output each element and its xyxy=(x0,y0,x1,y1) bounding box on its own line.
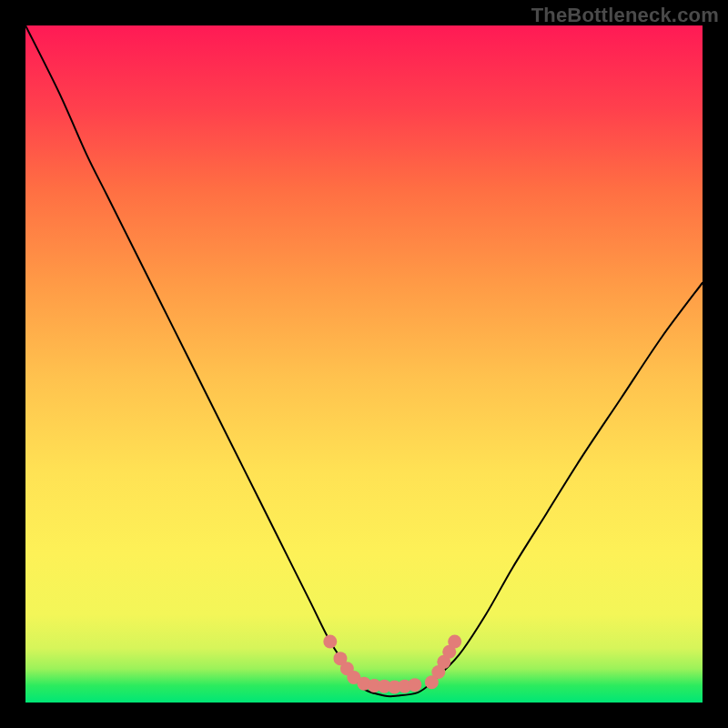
marker-dot xyxy=(408,678,421,692)
curve-markers xyxy=(323,635,461,694)
watermark-text: TheBottleneck.com xyxy=(531,4,719,27)
chart-frame: TheBottleneck.com xyxy=(0,0,728,728)
marker-dot xyxy=(448,635,461,649)
plot-svg xyxy=(25,25,703,703)
bottleneck-curve xyxy=(25,25,703,696)
marker-dot xyxy=(323,635,337,649)
